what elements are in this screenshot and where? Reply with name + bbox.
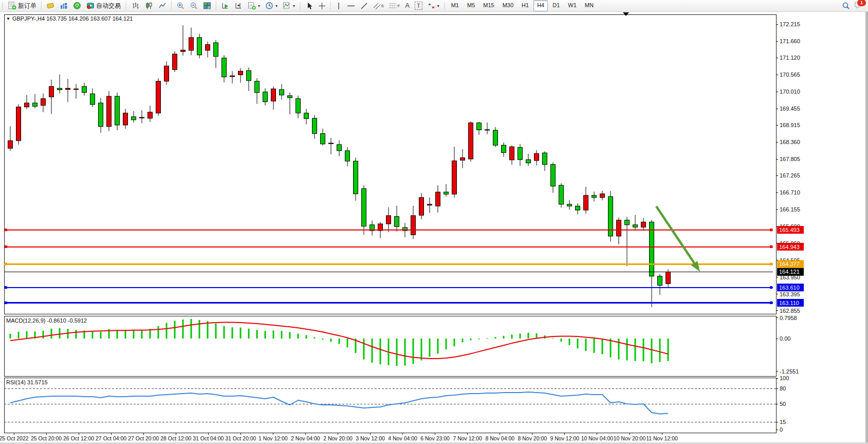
hline-left-handle[interactable] <box>5 228 7 231</box>
timeframe-button-m5[interactable]: M5 <box>464 0 478 11</box>
price-axis-label: 162.855 <box>780 308 800 314</box>
price-pane[interactable] <box>4 14 776 314</box>
cursor-tool-button[interactable] <box>303 0 316 11</box>
signals-button[interactable] <box>70 0 84 11</box>
indicators-dropdown[interactable]: ▾ <box>280 0 298 11</box>
timeframe-button-mn[interactable]: MN <box>581 0 597 11</box>
new-order-button[interactable]: 新订单 <box>6 0 39 11</box>
vertical-line-tool-button[interactable] <box>333 0 344 11</box>
price-axis-label: 169.455 <box>780 105 800 112</box>
fibonacci-tool-button[interactable]: F <box>386 0 402 11</box>
hline-price-flag-label: 164.943 <box>779 244 800 250</box>
auto-trading-button[interactable]: 自动交易 <box>84 0 123 11</box>
hline-left-handle[interactable] <box>5 301 7 304</box>
hline-left-handle[interactable] <box>5 263 7 265</box>
time-axis-label: 4 Nov 04:00 <box>388 435 417 441</box>
chart-ohlc-label: 163.735 164.206 163.607 164.121 <box>46 15 133 22</box>
candle-bearish <box>633 225 638 227</box>
macd-histogram-bar <box>495 337 496 339</box>
macd-histogram-bar <box>191 319 192 339</box>
macd-histogram-bar <box>454 339 455 346</box>
macd-histogram-bar <box>281 331 283 339</box>
line-chart-type-button[interactable] <box>156 0 169 11</box>
chart-expander-icon[interactable]: ▼ <box>6 16 10 21</box>
macd-histogram-bar <box>561 339 562 342</box>
auto-scroll-button[interactable] <box>218 0 232 11</box>
macd-histogram-bar <box>421 339 422 361</box>
timeframe-button-m15[interactable]: M15 <box>479 0 497 11</box>
hline-right-handle[interactable] <box>770 228 772 231</box>
toolbar-grip[interactable] <box>299 2 302 10</box>
hline-right-handle[interactable] <box>770 301 772 304</box>
price-axis-label: 167.805 <box>780 156 800 162</box>
macd-histogram-bar <box>43 331 44 339</box>
profiles-button[interactable] <box>44 0 57 11</box>
candlestick-icon <box>145 2 153 10</box>
market-watch-button[interactable] <box>57 0 70 11</box>
cursor-icon <box>306 2 313 10</box>
hline-price-flag-label: 163.110 <box>779 300 799 306</box>
zoom-in-icon <box>176 2 184 10</box>
hline-left-handle[interactable] <box>5 286 7 289</box>
macd-histogram-bar <box>232 327 233 339</box>
macd-histogram-bar <box>289 332 291 339</box>
candle-bearish <box>485 130 490 130</box>
macd-histogram-bar <box>520 333 521 339</box>
hline-left-handle[interactable] <box>5 245 7 248</box>
hline-right-handle[interactable] <box>770 245 772 248</box>
toolbar-grip[interactable] <box>2 2 4 10</box>
timeframe-button-m30[interactable]: M30 <box>499 0 517 11</box>
time-axis-label: 8 Nov 20:00 <box>518 435 547 441</box>
candle-bullish <box>469 123 473 159</box>
zoom-out-button[interactable] <box>187 0 200 11</box>
macd-histogram-bar <box>100 332 102 339</box>
candle-bearish <box>543 153 547 165</box>
price-axis-label: 166.155 <box>780 206 800 212</box>
toolbar-grip[interactable] <box>444 2 446 10</box>
time-axis-label: 3 Nov 12:00 <box>356 435 385 441</box>
search-icon[interactable] <box>842 2 850 10</box>
timeframe-button-d1[interactable]: D1 <box>549 0 563 11</box>
new-chart-dropdown[interactable]: ▾ <box>245 0 263 11</box>
candle-bullish <box>411 216 416 235</box>
candle-bearish <box>197 38 202 55</box>
macd-histogram-bar <box>503 336 505 339</box>
equidistant-channel-tool-button[interactable]: E <box>371 0 386 11</box>
macd-histogram-bar <box>511 334 513 339</box>
crosshair-tool-button[interactable] <box>316 0 328 11</box>
signals-icon <box>73 2 81 10</box>
candlestick-type-button[interactable] <box>142 0 156 11</box>
zoom-out-icon <box>190 2 198 10</box>
vertical-line-icon <box>336 2 342 10</box>
timeframe-button-h4[interactable]: H4 <box>533 0 548 11</box>
tile-windows-button[interactable] <box>200 0 214 11</box>
zoom-in-button[interactable] <box>174 0 187 11</box>
bar-chart-type-button[interactable] <box>129 0 142 11</box>
separator <box>330 1 331 10</box>
chart-shift-button[interactable] <box>232 0 245 11</box>
periods-dropdown[interactable]: ▾ <box>263 0 280 11</box>
timeframe-button-m1[interactable]: M1 <box>448 0 463 11</box>
horizontal-line-tool-button[interactable] <box>344 0 358 11</box>
candle-bearish <box>526 159 531 163</box>
text-label-tool-button[interactable]: T <box>412 0 425 11</box>
candle-bearish <box>493 130 498 145</box>
notifications-button[interactable]: 1 <box>854 1 863 10</box>
candle-bullish <box>329 143 334 144</box>
toolbar-grip[interactable] <box>125 2 127 10</box>
timeframe-button-h1[interactable]: H1 <box>518 0 532 11</box>
hline-price-flag-label: 164.377 <box>779 261 800 267</box>
candle-bullish <box>436 192 440 206</box>
macd-histogram-bar <box>92 331 94 339</box>
text-tool-button[interactable]: A <box>402 0 412 11</box>
hline-price-flag-label: 165.493 <box>779 227 800 233</box>
macd-histogram-bar <box>372 339 373 363</box>
candle-bearish <box>82 86 87 93</box>
trendline-tool-button[interactable] <box>358 0 371 11</box>
timeframe-button-w1[interactable]: W1 <box>564 0 580 11</box>
arrows-tool-dropdown[interactable]: ▾ <box>425 0 442 11</box>
hline-right-handle[interactable] <box>770 286 772 289</box>
chart-canvas[interactable]: 172.215171.660171.120170.565170.010169.4… <box>0 0 868 444</box>
market-watch-icon <box>60 2 68 10</box>
hline-right-handle[interactable] <box>770 263 772 265</box>
